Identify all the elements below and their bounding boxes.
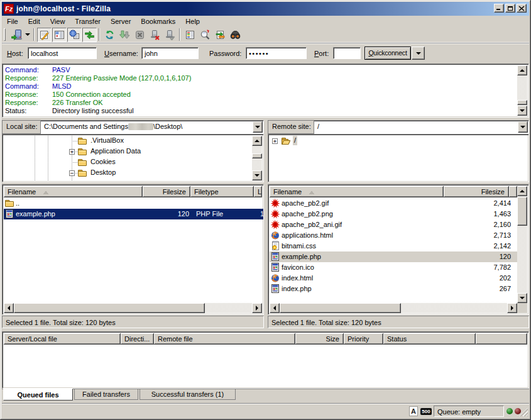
remote-list-hscrollbar-thumb[interactable] <box>280 303 401 313</box>
toggle-remote-tree-icon <box>69 30 80 40</box>
reconnect-button[interactable] <box>163 28 177 42</box>
collapse-icon[interactable]: − <box>69 170 75 176</box>
tree-item-cookies[interactable]: Cookies <box>89 157 117 167</box>
menu-help[interactable]: Help <box>180 16 205 27</box>
process-queue-button[interactable] <box>118 28 132 42</box>
local-tree-scrollbar-thumb[interactable] <box>252 153 262 158</box>
right-arrow-icon <box>511 306 516 311</box>
file-row[interactable]: apache_pb2.png 1,463 <box>270 209 517 219</box>
file-size: 120 <box>448 251 511 262</box>
tree-item-application-data[interactable]: Application Data <box>89 146 142 156</box>
local-list-hscrollbar-thumb[interactable] <box>14 303 205 313</box>
file-row[interactable]: bitnami.css 2,142 <box>270 241 517 251</box>
column-header-direction[interactable]: Directi... <box>121 333 154 345</box>
tree-item-virtualbox[interactable]: .VirtualBox <box>89 136 125 145</box>
column-header-server-local-file[interactable]: Server/Local file <box>4 333 121 345</box>
tree-item-desktop[interactable]: Desktop <box>89 168 117 177</box>
tree-item-root[interactable]: / <box>293 136 297 145</box>
column-header-filesize[interactable]: Filesize <box>143 186 190 197</box>
expand-icon[interactable]: + <box>69 149 75 155</box>
minimize-button[interactable] <box>494 4 504 13</box>
toggle-local-tree-button[interactable] <box>52 28 67 42</box>
scroll-down-button[interactable] <box>252 170 262 180</box>
column-header-filetype[interactable]: Filetype <box>190 186 254 197</box>
host-input[interactable]: localhost <box>28 47 97 59</box>
cancel-button[interactable] <box>133 28 147 42</box>
tree-guide-line <box>48 136 48 180</box>
scroll-down-button[interactable] <box>517 106 527 116</box>
column-header-filename[interactable]: Filename <box>4 186 143 197</box>
scroll-up-button[interactable] <box>517 65 527 75</box>
column-header-filename[interactable]: Filename <box>270 186 444 197</box>
tab-successful-transfers[interactable]: Successful transfers (1) <box>140 389 236 400</box>
scroll-down-button[interactable] <box>517 293 527 303</box>
log-text: 226 Transfer OK <box>52 99 103 106</box>
file-row[interactable]: index.html 202 <box>270 273 517 284</box>
scroll-left-button[interactable] <box>4 303 14 313</box>
quickconnect-bar: Host: localhost Username: john Password:… <box>2 43 529 63</box>
menu-file[interactable]: File <box>2 16 23 27</box>
file-row-parent-dir[interactable]: .. <box>4 198 263 209</box>
close-button[interactable] <box>517 4 527 13</box>
log-label: Command: <box>5 82 52 91</box>
menu-bookmarks[interactable]: Bookmarks <box>136 16 180 27</box>
column-header-filesize[interactable]: Filesize <box>444 186 509 197</box>
local-site-dropdown-button[interactable] <box>253 121 263 133</box>
port-input[interactable] <box>333 47 361 59</box>
menu-view[interactable]: View <box>45 16 70 27</box>
log-scrollbar-thumb[interactable] <box>517 100 527 105</box>
scroll-up-button[interactable] <box>252 136 262 146</box>
tab-failed-transfers[interactable]: Failed transfers <box>74 389 138 400</box>
menu-server[interactable]: Server <box>106 16 136 27</box>
toggle-transfer-queue-button[interactable] <box>82 28 97 42</box>
file-row[interactable]: applications.html 2,713 <box>270 230 517 241</box>
scroll-right-button[interactable] <box>507 303 517 313</box>
toggle-remote-tree-button[interactable] <box>67 28 82 42</box>
title-bar[interactable]: john@localhost - FileZilla <box>2 2 529 16</box>
maximize-button[interactable] <box>505 4 515 13</box>
refresh-button[interactable] <box>102 28 117 42</box>
menu-transfer[interactable]: Transfer <box>70 16 106 27</box>
file-row-example-php[interactable]: example.php 120 <box>270 251 517 262</box>
data-type-indicator-icon: A <box>409 406 418 416</box>
toggle-message-log-button[interactable] <box>37 28 52 42</box>
username-input[interactable]: john <box>141 47 199 59</box>
toolbar-gripper[interactable] <box>4 28 6 41</box>
column-header-status[interactable]: Status <box>383 333 476 345</box>
find-files-button[interactable] <box>228 28 243 42</box>
disconnect-button[interactable] <box>148 28 162 42</box>
receive-activity-led <box>506 408 513 414</box>
local-site-combobox[interactable]: C:\Documents and Settings\Desktop\ <box>2 120 264 134</box>
file-size: 2,713 <box>448 230 511 241</box>
column-header-size[interactable]: Size <box>295 333 344 345</box>
file-row[interactable]: apache_pb2_ani.gif 2,160 <box>270 219 517 230</box>
toolbar-separator <box>179 28 180 41</box>
scroll-right-button[interactable] <box>252 303 262 313</box>
scroll-up-button[interactable] <box>517 186 527 196</box>
file-row[interactable]: index.php 267 <box>270 284 517 294</box>
file-row[interactable]: favicon.ico 7,782 <box>270 262 517 273</box>
site-manager-button[interactable] <box>9 28 24 42</box>
column-header-priority[interactable]: Priority <box>344 333 383 345</box>
queue-status: Queue: empty <box>434 406 504 417</box>
header-label: Filesize <box>163 188 186 196</box>
menu-edit[interactable]: Edit <box>23 16 45 27</box>
column-header-last-modified[interactable]: L <box>254 186 262 197</box>
directory-comparison-button[interactable] <box>198 28 212 42</box>
directory-listing-filters-button[interactable] <box>183 28 197 42</box>
site-manager-dropdown-button[interactable] <box>24 28 31 42</box>
file-row-example-php[interactable]: example.php 120 PHP File 1 <box>4 209 263 219</box>
tab-queued-files[interactable]: Queued files <box>3 389 73 401</box>
reconnect-icon <box>165 30 175 40</box>
quickconnect-dropdown-button[interactable] <box>412 47 425 60</box>
remote-site-dropdown-button[interactable] <box>518 121 528 133</box>
password-input[interactable]: •••••• <box>246 47 307 59</box>
expand-icon[interactable]: + <box>272 138 278 144</box>
remote-list-vscrollbar-thumb[interactable] <box>517 197 527 226</box>
speed-limits-icon[interactable]: 500 <box>420 408 432 415</box>
file-row[interactable]: apache_pb2.gif 2,414 <box>270 198 517 209</box>
scroll-left-button[interactable] <box>270 303 280 313</box>
column-header-remote-file[interactable]: Remote file <box>154 333 295 345</box>
quickconnect-button[interactable]: Quickconnect <box>364 47 411 60</box>
synchronized-browsing-button[interactable] <box>213 28 227 42</box>
